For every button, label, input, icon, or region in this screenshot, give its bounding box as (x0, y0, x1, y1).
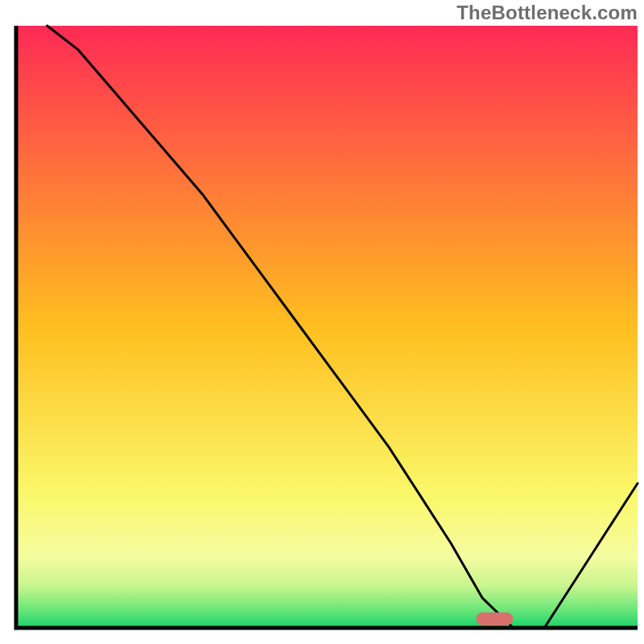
plot-background (16, 26, 638, 628)
optimum-marker (476, 613, 513, 625)
chart-stage: TheBottleneck.com (0, 0, 644, 644)
bottleneck-chart (0, 0, 644, 644)
